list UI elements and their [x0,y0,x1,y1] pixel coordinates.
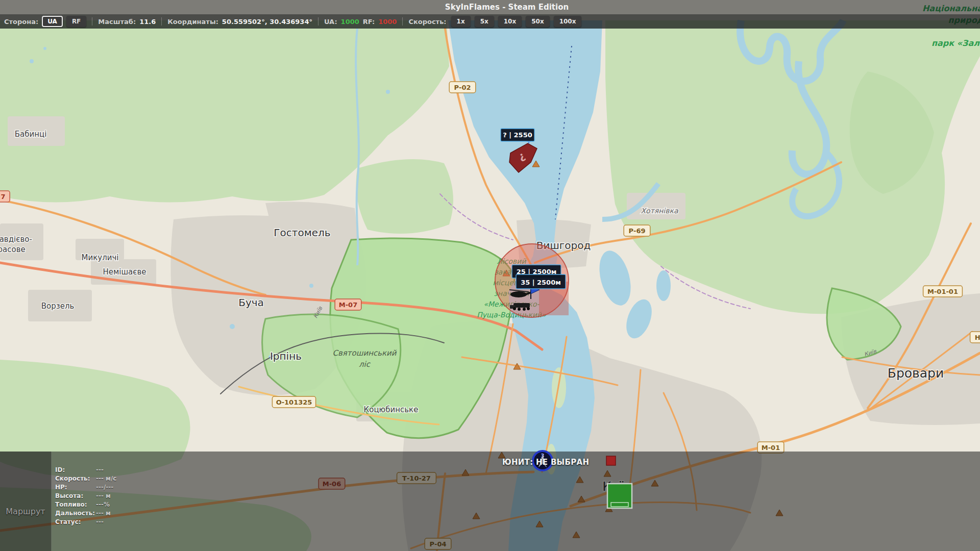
map-label: Буча [238,296,264,309]
ua-score-value: 1000 [341,18,359,26]
stat-row: Топливо:---% [55,500,116,509]
map-label: Бровари [888,366,944,381]
toolbar-divider [92,17,92,26]
road-badge-label: Н- [975,334,980,341]
stat-row: Высота:--- м [55,492,116,500]
speed-buttons: 1x5x10x50x100x [451,16,582,27]
coords-label: Координаты: [167,18,218,26]
window-title: SkyInFlames - Steam Edition [445,3,569,12]
stat-value: --- м [96,509,111,518]
reserve-label-line: заказник [494,268,529,276]
toolbar-divider [318,17,318,26]
top-bar: SkyInFlames - Steam Edition Сторона: UA … [0,0,980,29]
toolbar-divider [402,17,403,26]
reserve-label-line: місцевого [493,279,530,287]
stat-row: Скорость:--- м/с [55,474,116,483]
scale-label: Масштаб: [98,18,136,26]
map-label: Микуличі [82,253,119,262]
road-badge-label: О-101325 [276,398,312,406]
rf-score-label: RF: [363,18,375,26]
stat-row: Статус:--- [55,518,116,527]
stat-label: Высота: [55,492,96,500]
map-label: Гостомель [274,227,330,239]
road-badge-label: М-01-01 [927,288,958,295]
unit-status-text: ЮНИТ: НЕ ВЫБРАН [502,458,589,467]
map-label: лавдієво- [0,235,32,244]
left-rail: Маршрут [0,452,52,551]
coords-value: 50.559502°, 30.436934° [222,18,312,26]
stat-value: --- [96,466,104,474]
map-label: арасове [0,245,26,254]
route-button[interactable]: Маршрут [0,507,51,516]
stat-value: --- [96,518,104,527]
side-button-ua[interactable]: UA [42,16,63,27]
speed-label: Скорость: [408,18,446,26]
unit-stats-panel: ID:---Скорость:--- м/сHP:---/---Высота:-… [55,466,116,527]
side-button-rf[interactable]: RF [66,16,86,27]
reserve-label-line: Пуща-Водицький» [477,311,546,319]
map-label: Хотянівка [641,207,678,215]
road-badge-label: 7 [1,193,5,201]
reserve-label-line: «Межигірсько- [483,300,540,308]
stat-row: HP:---/--- [55,483,116,492]
speed-button-5x[interactable]: 5x [475,16,494,27]
speed-button-50x[interactable]: 50x [526,16,549,27]
ua-score-label: UA: [324,18,337,26]
speed-button-100x[interactable]: 100x [554,16,582,27]
game-screen: Р-02Р-69М-07М-01-01О-101325М-01Т-10-27М-… [0,0,980,551]
stat-value: --- м [96,492,111,500]
stat-row: Дальность:--- м [55,509,116,518]
map-label: Святошинський [332,348,397,358]
toolbar-divider [161,17,162,26]
map-label: Ворзель [41,302,75,311]
bottom-bar: Маршрут ID:---Скорость:--- м/сHP:---/---… [0,452,980,551]
reserve-label-line: Лісовий [497,257,526,265]
map-label: ліс [359,360,371,369]
map-label: Ірпінь [270,350,302,362]
map-label: Бабинці [15,130,47,139]
reserve-label-line: значення [494,289,530,297]
stat-label: Дальность: [55,509,96,518]
stat-label: ID: [55,466,96,474]
stat-value: ---% [96,500,110,509]
stat-label: Статус: [55,518,96,527]
stat-value: ---/--- [96,483,113,492]
speed-button-10x[interactable]: 10x [498,16,522,27]
road-badge-label: Р-69 [628,227,645,235]
stat-value: --- м/с [96,474,116,483]
stat-label: Скорость: [55,474,96,483]
map-label: Вишгород [536,239,591,252]
road-badge-label: М-01 [762,444,780,452]
map-label: Немішаєве [103,267,146,277]
rf-score-value: 1000 [378,18,397,26]
park-label-line: парк «Зал [932,38,980,48]
scale-value: 11.6 [139,18,156,26]
road-badge-label: М-07 [339,301,357,309]
road-badge-label: Р-02 [454,84,471,91]
toolbar: Сторона: UA RF Масштаб: 11.6 Координаты:… [0,14,980,29]
stat-label: HP: [55,483,96,492]
stat-row: ID:--- [55,466,116,474]
speed-button-1x[interactable]: 1x [451,16,471,27]
map-label: Коцюбинське [364,405,419,414]
stat-label: Топливо: [55,500,96,509]
side-label: Сторона: [4,18,38,26]
